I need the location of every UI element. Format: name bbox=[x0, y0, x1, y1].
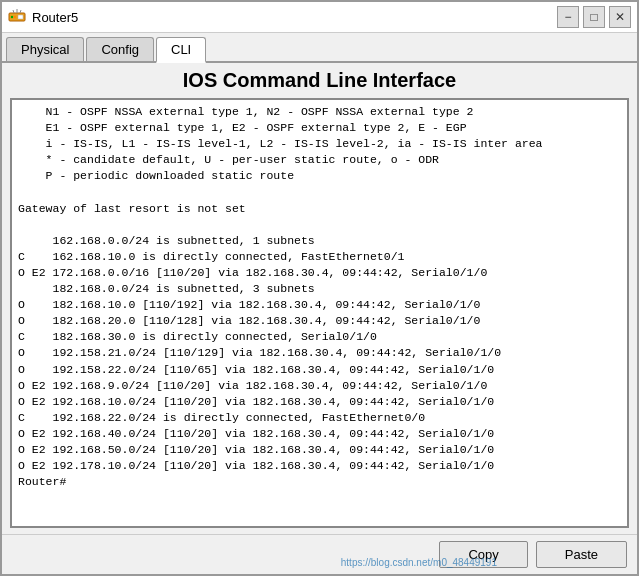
tab-physical[interactable]: Physical bbox=[6, 37, 84, 61]
svg-rect-3 bbox=[18, 15, 23, 19]
maximize-button[interactable]: □ bbox=[583, 6, 605, 28]
title-bar: Router5 − □ ✕ bbox=[2, 2, 637, 33]
main-window: Router5 − □ ✕ Physical Config CLI IOS Co… bbox=[0, 0, 639, 576]
tab-config[interactable]: Config bbox=[86, 37, 154, 61]
content-area: IOS Command Line Interface N1 - OSPF NSS… bbox=[2, 63, 637, 534]
title-controls: − □ ✕ bbox=[557, 6, 631, 28]
close-button[interactable]: ✕ bbox=[609, 6, 631, 28]
terminal-container: N1 - OSPF NSSA external type 1, N2 - OSP… bbox=[10, 98, 629, 528]
bottom-bar: https://blog.csdn.net/m0_48449191 Copy P… bbox=[2, 534, 637, 574]
bottom-bar-inner: https://blog.csdn.net/m0_48449191 Copy P… bbox=[12, 541, 627, 568]
tab-cli[interactable]: CLI bbox=[156, 37, 206, 63]
title-bar-left: Router5 bbox=[8, 8, 78, 26]
window-title: Router5 bbox=[32, 10, 78, 25]
minimize-button[interactable]: − bbox=[557, 6, 579, 28]
terminal-text: N1 - OSPF NSSA external type 1, N2 - OSP… bbox=[18, 104, 621, 490]
svg-point-1 bbox=[11, 16, 13, 18]
tab-bar: Physical Config CLI bbox=[2, 33, 637, 63]
terminal-scroll[interactable]: N1 - OSPF NSSA external type 1, N2 - OSP… bbox=[12, 100, 627, 526]
router-icon bbox=[8, 8, 26, 26]
svg-point-2 bbox=[14, 16, 16, 18]
watermark-text: https://blog.csdn.net/m0_48449191 bbox=[341, 557, 497, 568]
page-title: IOS Command Line Interface bbox=[10, 69, 629, 92]
paste-button[interactable]: Paste bbox=[536, 541, 627, 568]
